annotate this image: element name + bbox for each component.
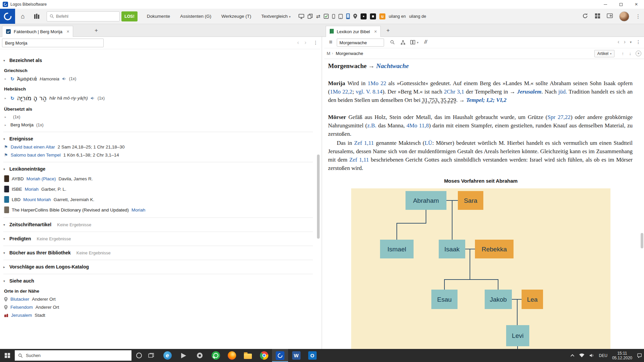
maximize-button[interactable] <box>613 0 629 9</box>
mobile-blue-icon[interactable] <box>346 13 350 19</box>
home-button[interactable]: ⌂ <box>17 11 29 22</box>
inline-link[interactable]: Jerusalem <box>517 88 542 95</box>
inline-link[interactable]: 31.753, 35.229 <box>422 97 456 103</box>
forward-chevron-icon[interactable]: › <box>305 40 306 46</box>
chevron-down-icon[interactable]: ▾ <box>630 40 632 44</box>
speaker-icon[interactable] <box>62 77 66 81</box>
tab-faktenbuch[interactable]: Faktenbuch | Berg Morija ✕ <box>2 26 73 37</box>
new-tab-button-right[interactable]: + <box>386 27 390 34</box>
inline-link[interactable]: Nachtwache <box>376 62 409 69</box>
hebrew-lemma-row[interactable]: ▸ ↻ הַר הָ מֹורִיָּה hăr hă mô·riy·yā(h)… <box>5 95 313 102</box>
taskbar-firefox-button[interactable] <box>224 349 240 362</box>
speaker-icon[interactable] <box>589 353 594 358</box>
inline-link[interactable]: jüd. <box>558 88 567 95</box>
factbook-search-input[interactable] <box>2 39 104 47</box>
pane-divider[interactable] <box>322 37 322 349</box>
parallel-resources-icon[interactable]: // <box>424 39 427 45</box>
left-scrollbar[interactable] <box>317 50 320 348</box>
notification-center-icon[interactable] <box>637 353 642 358</box>
place-link[interactable]: Felsendom <box>10 305 33 310</box>
layouts-button[interactable] <box>595 13 600 20</box>
new-tab-button-left[interactable]: + <box>95 27 98 34</box>
scrollbar-thumb[interactable] <box>317 155 320 239</box>
breadcrumb-letter[interactable]: M <box>327 51 330 56</box>
panel-menu-icon[interactable]: ⋮ <box>636 39 641 45</box>
chevron-down-icon[interactable]: ▾ <box>417 41 419 44</box>
section-header[interactable]: ▾ Bücher aus Ihrer Bibliothek Keine Erge… <box>3 250 313 255</box>
taskbar-logos-button[interactable] <box>272 349 288 362</box>
network-icon[interactable] <box>579 353 585 358</box>
inline-link[interactable]: Tempel; I,2; VI,2 <box>466 97 506 103</box>
place-link[interactable]: Jerusalem <box>11 313 32 318</box>
uilang-app-icon[interactable]: u <box>379 13 385 19</box>
taskbar-chrome-button[interactable] <box>256 349 272 362</box>
inline-link[interactable]: Zef 1,11 <box>354 140 374 146</box>
close-button[interactable]: ✕ <box>629 0 644 9</box>
taskbar-edge-button[interactable]: e <box>159 349 175 362</box>
previous-article-button[interactable]: ↑ <box>622 51 624 56</box>
phone-icon[interactable] <box>332 14 335 19</box>
inline-link[interactable]: LÜ <box>425 140 432 146</box>
section-header[interactable]: ▾ Zeitschriftenartikel Keine Ergebnisse <box>3 222 313 227</box>
back-chevron-icon[interactable]: ‹ <box>297 40 299 46</box>
section-header[interactable]: ▾ Lexikoneinträge <box>3 166 313 172</box>
translated-row[interactable]: ▸ (1x) <box>5 115 313 119</box>
event-link[interactable]: Salomo baut den Tempel <box>11 153 61 158</box>
taskbar-outlook-button[interactable]: O <box>304 349 320 362</box>
hamburger-menu-icon[interactable]: ≡ <box>329 39 332 46</box>
copy-pages-icon[interactable] <box>308 14 313 19</box>
article-link[interactable]: Moriah (Place) <box>26 176 56 181</box>
swap-arrows-icon[interactable]: ⇄ <box>316 13 320 19</box>
checklist-icon[interactable] <box>324 14 329 19</box>
section-header[interactable]: ▸ Vorschläge aus dem Logos-Katalog <box>3 264 313 269</box>
library-button[interactable] <box>31 11 43 22</box>
app-dark-icon-1[interactable] <box>361 13 367 19</box>
monitor-icon[interactable] <box>299 14 304 19</box>
place-link[interactable]: Blutacker <box>10 297 29 302</box>
panel-menu-icon[interactable]: ⋮ <box>313 40 318 45</box>
tab-close-icon[interactable]: ✕ <box>374 29 377 34</box>
inline-link[interactable]: Zef 1,11 <box>349 157 369 163</box>
keyboard-language[interactable]: DEU <box>599 353 607 358</box>
right-scrollbar[interactable] <box>641 59 643 348</box>
speaker-icon[interactable] <box>91 96 95 100</box>
go-button[interactable]: LOS! <box>121 11 138 21</box>
network-graph-icon[interactable] <box>400 40 406 46</box>
section-header[interactable]: ▾ Predigten Keine Ergebnisse <box>3 236 313 241</box>
command-input[interactable] <box>56 14 117 19</box>
section-header[interactable]: ▾ Ereignisse <box>3 136 313 141</box>
article-link[interactable]: Mount Moriah <box>23 197 51 202</box>
back-chevron-icon[interactable]: ‹ <box>618 39 619 45</box>
open-layout-button[interactable] <box>607 13 613 20</box>
task-view-button[interactable] <box>148 353 154 358</box>
event-link[interactable]: David baut einen Altar <box>11 144 55 149</box>
menu-assistenten[interactable]: Assistenten (G) <box>180 14 211 19</box>
taskbar-send-button[interactable] <box>175 349 192 362</box>
taskbar-word-button[interactable]: W <box>288 349 304 362</box>
section-header[interactable]: ▾ Siehe auch <box>3 278 313 284</box>
cortana-icon[interactable] <box>136 353 142 358</box>
forward-chevron-icon[interactable]: › <box>624 39 626 45</box>
map-pin-icon[interactable] <box>353 14 357 19</box>
start-button[interactable] <box>0 349 15 362</box>
search-icon[interactable] <box>390 40 395 46</box>
app-dark-icon-2[interactable] <box>370 13 376 19</box>
breadcrumb-current[interactable]: Morgenwache <box>336 51 363 56</box>
tab-close-icon[interactable]: ✕ <box>66 29 69 34</box>
artikel-dropdown[interactable]: Artikel▾ <box>594 50 614 57</box>
inline-link[interactable]: Spr 27,22 <box>547 114 571 120</box>
logos-home-tile[interactable] <box>0 9 15 24</box>
uilang-en-label[interactable]: uilang en <box>389 14 406 19</box>
tablet-icon[interactable] <box>338 14 343 19</box>
section-header[interactable]: ▾ Bezeichnet als <box>3 58 313 63</box>
taskbar-explorer-button[interactable] <box>240 349 256 362</box>
hebrew-lemma[interactable]: הַר הָ מֹורִיָּה <box>17 95 47 102</box>
close-circle-icon[interactable]: ✕ <box>636 51 641 56</box>
command-box[interactable] <box>47 11 120 21</box>
toolbar-overflow-menu[interactable]: ⋮ <box>636 13 641 19</box>
uilang-de-label[interactable]: uilang de <box>409 14 426 19</box>
scrollbar-thumb[interactable] <box>641 233 643 248</box>
article-link[interactable]: Moriah <box>131 207 145 213</box>
user-avatar[interactable] <box>619 11 629 21</box>
lexicon-search-input[interactable] <box>337 39 384 47</box>
